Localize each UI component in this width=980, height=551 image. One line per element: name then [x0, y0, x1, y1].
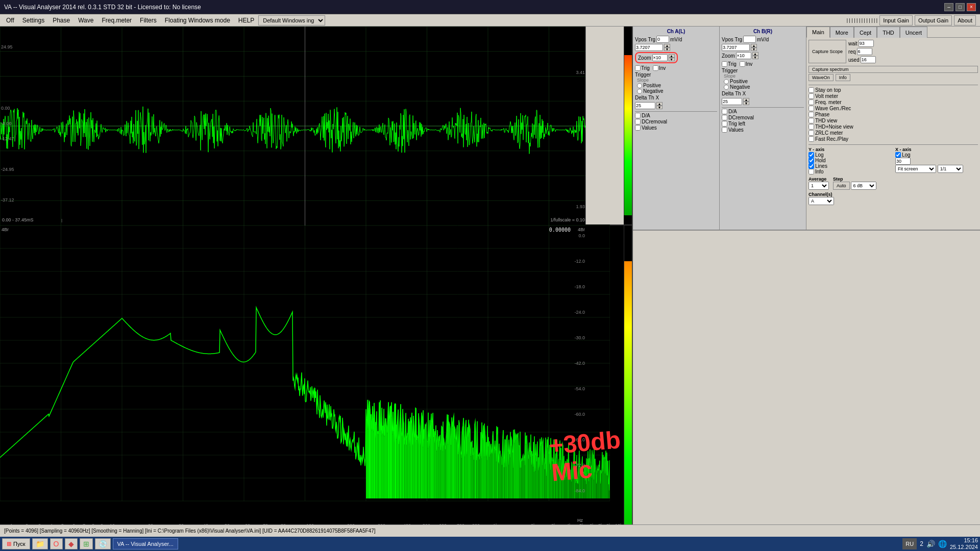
- channels-select[interactable]: A B A+B: [808, 197, 834, 205]
- ch-b-trigleft-checkbox[interactable]: [722, 121, 727, 127]
- wave-gen-checkbox[interactable]: [808, 106, 814, 111]
- db-right-10: -84.0: [574, 488, 585, 493]
- output-gain-button[interactable]: Output Gain: [915, 15, 952, 26]
- ch-b-dcremoval-checkbox[interactable]: [722, 115, 727, 120]
- thd-view-text: THD view: [815, 118, 837, 123]
- ch-a-deltathx-input[interactable]: [635, 102, 655, 109]
- wait-input[interactable]: [859, 40, 874, 47]
- tab-uncert[interactable]: Uncert: [900, 27, 927, 38]
- ch-a-negative-radio[interactable]: [637, 89, 642, 94]
- ch-a-trig-checkbox[interactable]: [635, 65, 641, 71]
- taskbar-icon-grid[interactable]: ⊞: [80, 538, 93, 549]
- used-label: used: [848, 57, 860, 63]
- taskbar-num: 2: [920, 540, 923, 547]
- x-log-checkbox[interactable]: [895, 152, 901, 158]
- tab-thd[interactable]: THD: [877, 27, 900, 38]
- capture-spectrum-button[interactable]: Capture spectrum: [808, 66, 978, 73]
- windows-dropdown[interactable]: Default Windows ing: [258, 15, 325, 26]
- menu-phase[interactable]: Phase: [48, 16, 74, 25]
- taskbar-icon-ruby[interactable]: ◆: [65, 538, 78, 549]
- start-button[interactable]: ⊞ Пуск: [2, 538, 30, 549]
- zrlc-checkbox[interactable]: [808, 130, 814, 136]
- stay-on-top-checkbox[interactable]: [808, 87, 814, 93]
- ch-b-zoom-down[interactable]: ▼: [752, 56, 758, 59]
- taskbar-icon-folder[interactable]: 📁: [32, 538, 48, 549]
- x-log-row: Log: [895, 152, 978, 158]
- ch-b-delta-up[interactable]: ▲: [743, 98, 749, 102]
- y-hold-checkbox[interactable]: [808, 158, 814, 163]
- about-button[interactable]: About: [954, 15, 976, 26]
- ratio-select[interactable]: 1/1: [938, 165, 963, 173]
- menu-freqmeter[interactable]: Freq.meter: [97, 16, 136, 25]
- taskbar-icon-cd[interactable]: 💿: [95, 538, 111, 549]
- ch-a-delta-down[interactable]: ▼: [656, 106, 663, 109]
- menu-off[interactable]: Off: [2, 16, 18, 25]
- menu-settings[interactable]: Settings: [18, 16, 48, 25]
- ch-b-trig-checkbox[interactable]: [722, 61, 727, 67]
- taskbar-icon-opera[interactable]: O: [50, 538, 63, 549]
- maximize-button[interactable]: □: [955, 3, 965, 11]
- tab-more[interactable]: More: [830, 27, 854, 38]
- menu-filters[interactable]: Filters: [136, 16, 161, 25]
- ch-b-delta-down[interactable]: ▼: [743, 102, 749, 105]
- req-input[interactable]: [857, 48, 872, 55]
- ch-b-deltathx-input[interactable]: [722, 98, 742, 105]
- phase-checkbox[interactable]: [808, 112, 814, 117]
- tab-cept[interactable]: Cept: [854, 27, 877, 38]
- ch-b-positive-radio[interactable]: [724, 79, 729, 84]
- ch-b-values-checkbox[interactable]: [722, 127, 727, 133]
- menu-help[interactable]: HELP: [234, 16, 258, 25]
- ch-a-zoom-input[interactable]: [652, 54, 668, 61]
- ch-b-value-input[interactable]: [722, 44, 750, 51]
- menu-wave[interactable]: Wave: [74, 16, 97, 25]
- ch-b-vpos-input[interactable]: [743, 36, 756, 43]
- ch-a-zoom-up[interactable]: ▲: [669, 54, 675, 58]
- thd-view-checkbox[interactable]: [808, 118, 814, 123]
- ch-b-up-btn[interactable]: ▲: [751, 44, 757, 47]
- step-select[interactable]: 6 dB: [851, 182, 876, 190]
- input-gain-button[interactable]: Input Gain: [879, 15, 913, 26]
- thd-noise-checkbox[interactable]: [808, 124, 814, 130]
- tab-main[interactable]: Main: [806, 27, 830, 38]
- menu-floating[interactable]: Floating Windows mode: [161, 16, 234, 25]
- cb-zrlc: ZRLC meter: [808, 130, 978, 136]
- x-val-input[interactable]: [895, 158, 911, 165]
- db-right-8: -66.0: [574, 437, 585, 442]
- ch-b-inv-checkbox[interactable]: [740, 61, 745, 67]
- ch-b-negative-radio[interactable]: [724, 85, 729, 90]
- close-button[interactable]: ×: [967, 3, 976, 11]
- ch-a-dcremoval-checkbox[interactable]: [635, 119, 641, 124]
- fast-rec-checkbox[interactable]: [808, 136, 814, 142]
- ch-b-zoom-up[interactable]: ▲: [752, 52, 758, 56]
- ch-a-da-checkbox[interactable]: [635, 113, 641, 118]
- minimize-button[interactable]: –: [944, 3, 953, 11]
- ch-a-zoom-down[interactable]: ▼: [669, 58, 675, 61]
- waveon-button[interactable]: WaveOn: [808, 74, 834, 81]
- ch-a-delta-up[interactable]: ▲: [656, 102, 663, 106]
- ch-b-down-btn[interactable]: ▼: [751, 47, 757, 51]
- y-lines-checkbox[interactable]: [808, 163, 814, 169]
- freq-meter-checkbox[interactable]: [808, 99, 814, 105]
- ch-a-down-btn[interactable]: ▼: [664, 47, 670, 51]
- volt-meter-checkbox[interactable]: [808, 93, 814, 99]
- ch-a-values-checkbox[interactable]: [635, 125, 641, 131]
- ch-a-vpos-input[interactable]: [656, 36, 669, 43]
- ch-a-inv-checkbox[interactable]: [653, 65, 658, 71]
- step-auto-button[interactable]: Auto: [833, 182, 850, 190]
- ch-a-value-input[interactable]: [635, 44, 663, 51]
- ch-a-positive-radio[interactable]: [637, 83, 642, 88]
- taskbar-va-app[interactable]: VA -- Visual Analyser...: [113, 538, 178, 549]
- channel-controls: Ch A(L) Vpos Trg mV/d ▲ ▼ Zoom: [633, 27, 980, 231]
- used-input[interactable]: [861, 56, 876, 63]
- ch-b-zoom-input[interactable]: [736, 52, 751, 59]
- fit-screen-select[interactable]: Fit screen: [895, 165, 936, 173]
- y-info-checkbox[interactable]: [808, 169, 814, 174]
- ch-a-deltathx-spinners: ▲ ▼: [656, 102, 663, 109]
- ch-b-da-checkbox[interactable]: [722, 109, 727, 114]
- avg-select[interactable]: 1248: [808, 182, 829, 190]
- y-log-checkbox[interactable]: [808, 152, 814, 158]
- info-button[interactable]: Info: [836, 74, 850, 81]
- capture-scope-button[interactable]: Capture Scope: [808, 40, 846, 63]
- ch-a-up-btn[interactable]: ▲: [664, 44, 670, 47]
- db-right-5: -42.0: [574, 361, 585, 366]
